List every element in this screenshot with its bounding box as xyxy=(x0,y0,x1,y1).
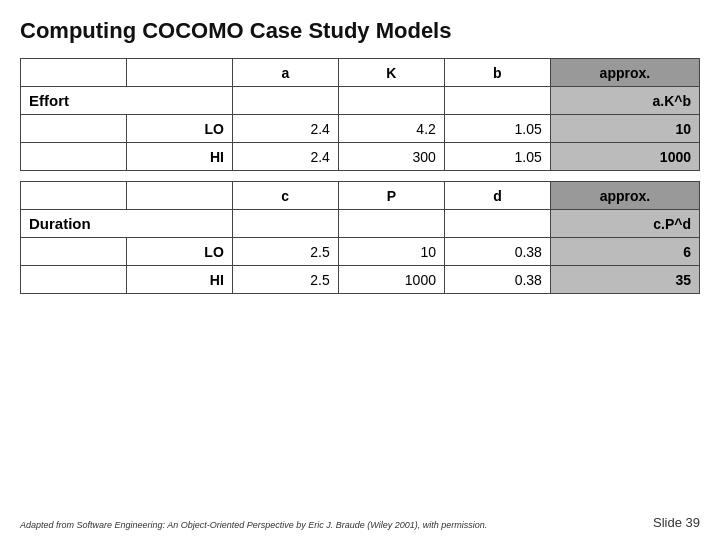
duration-hi-0 xyxy=(21,266,127,294)
effort-col-b: b xyxy=(444,59,550,87)
effort-hi-0 xyxy=(21,143,127,171)
duration-hi-d: 0.38 xyxy=(444,266,550,294)
duration-lo-d: 0.38 xyxy=(444,238,550,266)
duration-h0 xyxy=(21,182,127,210)
duration-hi-p: 1000 xyxy=(338,266,444,294)
duration-hi-c: 2.5 xyxy=(232,266,338,294)
effort-label-row: Effort a.K^b xyxy=(21,87,700,115)
tables-container: a K b approx. Effort a.K^b LO 2. xyxy=(20,58,700,507)
duration-lo-p: 10 xyxy=(338,238,444,266)
duration-h1 xyxy=(126,182,232,210)
effort-h1 xyxy=(126,59,232,87)
duration-lo-row: LO 2.5 10 0.38 6 xyxy=(21,238,700,266)
duration-label-c xyxy=(232,210,338,238)
effort-approx-header: approx. xyxy=(550,59,699,87)
effort-hi-a: 2.4 xyxy=(232,143,338,171)
duration-lo-label: LO xyxy=(126,238,232,266)
effort-hi-row: HI 2.4 300 1.05 1000 xyxy=(21,143,700,171)
effort-label-k xyxy=(338,87,444,115)
duration-hi-label: HI xyxy=(126,266,232,294)
page: Computing COCOMO Case Study Models a K b… xyxy=(0,0,720,540)
effort-h0 xyxy=(21,59,127,87)
effort-label-b xyxy=(444,87,550,115)
effort-table: a K b approx. Effort a.K^b LO 2. xyxy=(20,58,700,171)
effort-col-k: K xyxy=(338,59,444,87)
duration-lo-0 xyxy=(21,238,127,266)
footer-citation: Adapted from Software Engineering: An Ob… xyxy=(20,520,487,530)
effort-hi-b: 1.05 xyxy=(444,143,550,171)
effort-lo-0 xyxy=(21,115,127,143)
footer-slide: Slide 39 xyxy=(653,515,700,530)
effort-lo-approx: 10 xyxy=(550,115,699,143)
effort-hi-label: HI xyxy=(126,143,232,171)
duration-lo-approx: 6 xyxy=(550,238,699,266)
effort-label-a xyxy=(232,87,338,115)
duration-hi-approx: 35 xyxy=(550,266,699,294)
effort-lo-k: 4.2 xyxy=(338,115,444,143)
duration-table: c P d approx. Duration c.P^d LO xyxy=(20,181,700,294)
duration-col-d: d xyxy=(444,182,550,210)
page-title: Computing COCOMO Case Study Models xyxy=(20,18,700,44)
duration-header-row: c P d approx. xyxy=(21,182,700,210)
effort-lo-a: 2.4 xyxy=(232,115,338,143)
duration-label-approx: c.P^d xyxy=(550,210,699,238)
duration-lo-c: 2.5 xyxy=(232,238,338,266)
footer: Adapted from Software Engineering: An Ob… xyxy=(20,507,700,530)
effort-label: Effort xyxy=(21,87,233,115)
duration-hi-row: HI 2.5 1000 0.38 35 xyxy=(21,266,700,294)
effort-hi-k: 300 xyxy=(338,143,444,171)
duration-col-p: P xyxy=(338,182,444,210)
duration-label-p xyxy=(338,210,444,238)
effort-col-a: a xyxy=(232,59,338,87)
effort-header-row: a K b approx. xyxy=(21,59,700,87)
effort-hi-approx: 1000 xyxy=(550,143,699,171)
duration-approx-header: approx. xyxy=(550,182,699,210)
duration-label: Duration xyxy=(21,210,233,238)
effort-label-approx: a.K^b xyxy=(550,87,699,115)
duration-label-d xyxy=(444,210,550,238)
effort-lo-label: LO xyxy=(126,115,232,143)
duration-label-row: Duration c.P^d xyxy=(21,210,700,238)
duration-col-c: c xyxy=(232,182,338,210)
effort-lo-row: LO 2.4 4.2 1.05 10 xyxy=(21,115,700,143)
effort-lo-b: 1.05 xyxy=(444,115,550,143)
